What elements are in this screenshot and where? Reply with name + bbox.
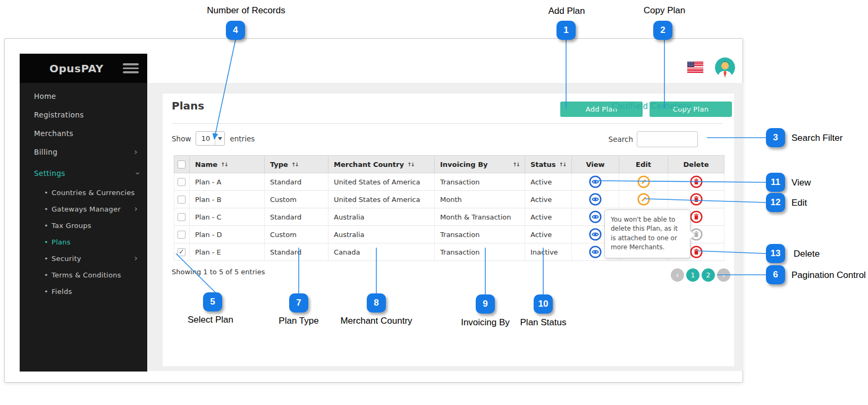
cell-country: Australia [328, 226, 435, 243]
callout-label-select-plan: Select Plan [188, 315, 233, 325]
cell-country: Australia [328, 208, 435, 226]
sort-icon: ↑↓ [291, 162, 298, 167]
view-action-icon[interactable] [589, 228, 602, 241]
sidebar-item-plans[interactable]: •Plans [20, 234, 147, 250]
pagination-control: ‹ 1 2 › [671, 268, 730, 282]
cell-status: Active [525, 208, 572, 226]
delete-action-icon[interactable] [690, 210, 703, 223]
sidebar: OpusPAY Home Registrations Merchants Bil… [20, 54, 147, 372]
cell-type: Custom [265, 191, 328, 208]
sidebar-item-home[interactable]: Home [20, 87, 147, 106]
callout-label-delete: Delete [794, 249, 820, 259]
cell-type: Standard [265, 208, 328, 226]
callout-badge-11: 11 [766, 173, 785, 192]
sidebar-item-terms-conditions[interactable]: •Terms & Conditions [20, 267, 147, 283]
sidebar-item-billing[interactable]: Billing› [20, 143, 147, 162]
delete-action-icon[interactable] [690, 193, 703, 206]
column-header-invoicing-by[interactable]: Invoicing By↑↓ [435, 156, 525, 173]
bullet-icon: • [44, 283, 48, 300]
sidebar-item-registrations[interactable]: Registrations [20, 106, 147, 124]
row-checkbox[interactable]: ✓ [178, 178, 186, 186]
cell-country: United States of America [328, 191, 435, 208]
cell-name: Plan - B [190, 191, 265, 208]
sidebar-item-gateways-manager[interactable]: •Gateways Manager› [20, 201, 147, 217]
callout-label-search-filter: Search Filter [791, 133, 842, 144]
page-title: Plans [172, 99, 204, 112]
callout-badge-2: 2 [653, 21, 672, 40]
sidebar-item-security[interactable]: •Security› [20, 250, 147, 267]
callout-badge-5: 5 [203, 292, 222, 311]
app-window: OpusPAY Home Registrations Merchants Bil… [4, 38, 743, 383]
table-row: ✓ Plan - A Standard United States of Ame… [174, 173, 724, 191]
sidebar-header: OpusPAY [20, 54, 147, 83]
view-action-icon[interactable] [589, 175, 602, 188]
cell-type: Custom [265, 226, 328, 243]
callout-label-add-plan: Add Plan [549, 6, 585, 16]
cell-name: Plan - E [190, 243, 265, 261]
view-action-icon[interactable] [589, 246, 602, 258]
column-header-merchant-country[interactable]: Merchant Country↑↓ [328, 156, 435, 173]
cell-invoicing: Month [435, 191, 525, 208]
user-avatar[interactable] [715, 57, 735, 78]
page-size-select[interactable]: 10 [196, 131, 225, 146]
sort-icon: ↑↓ [221, 162, 227, 167]
cell-status: Active [525, 226, 572, 243]
row-checkbox[interactable]: ✓ [178, 248, 186, 256]
sort-icon: ↑↓ [512, 162, 519, 167]
pagination-next-button[interactable]: › [717, 268, 730, 282]
row-checkbox[interactable]: ✓ [178, 196, 186, 204]
column-header-name[interactable]: Name↑↓ [190, 156, 265, 173]
view-action-icon[interactable] [589, 210, 602, 223]
cell-invoicing: Transaction [435, 226, 525, 243]
bullet-icon: • [44, 250, 48, 267]
pagination-prev-button[interactable]: ‹ [671, 268, 684, 282]
sidebar-item-fields[interactable]: •Fields [20, 283, 147, 300]
cell-type: Standard [265, 243, 328, 261]
chevron-right-icon: › [134, 201, 138, 217]
edit-action-icon[interactable] [637, 175, 650, 188]
cell-status: Active [525, 173, 572, 191]
pagination-page-2[interactable]: 2 [702, 268, 715, 282]
view-action-icon[interactable] [589, 193, 602, 206]
select-all-checkbox[interactable]: ✓ [178, 161, 186, 168]
edit-action-icon[interactable] [637, 193, 650, 206]
sidebar-item-merchants[interactable]: Merchants [20, 124, 147, 143]
sidebar-item-settings[interactable]: Settings› [20, 164, 147, 183]
sort-icon: ↑↓ [559, 162, 566, 167]
column-header-delete: Delete [668, 156, 724, 173]
merchant-name-link[interactable]: Caulfield Cemetery [612, 102, 692, 111]
delete-action-icon[interactable] [690, 175, 703, 188]
hamburger-menu-icon[interactable] [123, 63, 139, 73]
callout-badge-13: 13 [766, 244, 785, 263]
cell-status: Active [525, 191, 572, 208]
brand-logo: OpusPAY [49, 62, 104, 75]
sidebar-item-tax-groups[interactable]: •Tax Groups [20, 217, 147, 234]
column-header-status[interactable]: Status↑↓ [525, 156, 572, 173]
bullet-icon: • [44, 184, 48, 201]
callout-label-plan-status: Plan Status [520, 317, 567, 328]
table-row: ✓ Plan - B Custom United States of Ameri… [174, 191, 724, 208]
cell-status: Inactive [525, 243, 572, 261]
column-header-type[interactable]: Type↑↓ [265, 156, 328, 173]
callout-label-merchant-country: Merchant Country [340, 316, 412, 326]
delete-action-icon[interactable] [690, 246, 703, 258]
callout-label-edit: Edit [791, 198, 807, 208]
callout-label-pagination-control: Pagination Control [791, 270, 866, 281]
plans-card: Plans Add Plan Copy Plan Show 10 entries… [163, 94, 734, 366]
callout-badge-6: 6 [766, 265, 785, 284]
column-header-edit: Edit [619, 156, 668, 173]
search-input[interactable] [637, 131, 698, 147]
callout-label-invoicing-by: Invoicing By [461, 317, 510, 328]
cell-name: Plan - D [190, 226, 265, 243]
us-flag-icon[interactable] [687, 62, 703, 73]
pagination-page-1[interactable]: 1 [686, 268, 700, 282]
row-checkbox[interactable]: ✓ [178, 231, 186, 239]
page-size-control: Show 10 entries [172, 131, 255, 146]
row-checkbox[interactable]: ✓ [178, 213, 186, 221]
cell-invoicing: Transaction [435, 243, 525, 261]
callout-badge-10: 10 [534, 294, 553, 314]
cell-invoicing: Month & Transaction [435, 208, 525, 226]
sidebar-item-countries-currencies[interactable]: •Countries & Currencies [20, 184, 147, 201]
screenshot-canvas: OpusPAY Home Registrations Merchants Bil… [0, 0, 868, 405]
callout-badge-8: 8 [367, 293, 386, 313]
